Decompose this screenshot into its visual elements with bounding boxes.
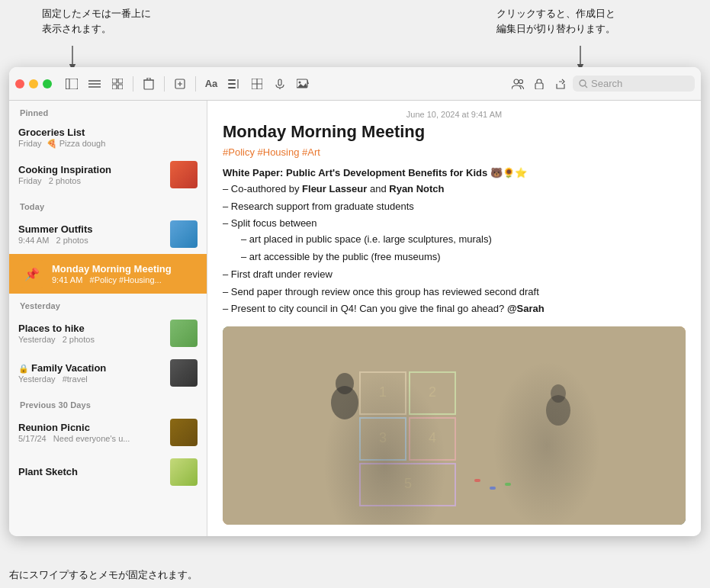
svg-rect-26 xyxy=(278,79,281,85)
list-view-icon[interactable] xyxy=(85,75,104,93)
new-note-icon[interactable] xyxy=(171,75,189,93)
note-meta: Yesterday #travel xyxy=(18,374,164,384)
share-people-icon[interactable] xyxy=(509,75,527,93)
list-item-text: Co-authored by Fleur Lasseur and Ryan No… xyxy=(223,182,686,198)
svg-text:5: 5 xyxy=(404,476,412,491)
table-icon[interactable] xyxy=(248,75,266,93)
svg-rect-21 xyxy=(228,87,236,88)
note-editor: June 10, 2024 at 9:41 AM Monday Morning … xyxy=(207,101,701,536)
svg-rect-42 xyxy=(360,464,455,506)
note-meta: 9:41 AM #Policy #Housing... xyxy=(52,275,198,284)
grid-view-icon[interactable] xyxy=(108,75,127,93)
note-meta: Friday 2 photos xyxy=(18,176,164,185)
titlebar: Aa xyxy=(9,67,701,101)
maximize-button[interactable] xyxy=(43,79,52,88)
note-title: Cooking Inspiration xyxy=(18,164,164,175)
delete-icon[interactable] xyxy=(140,75,158,93)
svg-rect-54 xyxy=(505,483,511,486)
svg-text:2: 2 xyxy=(429,384,436,400)
section-header-30days: Previous 30 Days xyxy=(9,393,207,413)
list-item[interactable]: Reunion Picnic 5/17/24 Need everyone's u… xyxy=(9,413,207,452)
pin-icon: 📌 xyxy=(24,267,40,281)
note-thumbnail xyxy=(170,458,198,486)
svg-rect-40 xyxy=(360,418,406,460)
svg-marker-31 xyxy=(297,83,307,88)
list-item[interactable]: Plant Sketch xyxy=(9,452,207,492)
traffic-lights xyxy=(15,79,52,88)
svg-point-49 xyxy=(336,373,354,394)
list-item[interactable]: 🔒Family Vacation Yesterday #travel xyxy=(9,353,207,393)
font-icon[interactable]: Aa xyxy=(202,75,220,93)
svg-rect-3 xyxy=(66,79,78,89)
list-item[interactable]: Cooking Inspiration Friday 2 photos xyxy=(9,155,207,194)
search-box[interactable] xyxy=(573,76,695,92)
separator-2 xyxy=(164,76,165,92)
list-item[interactable]: Summer Outfits 9:44 AM 2 photos xyxy=(9,214,207,254)
note-thumbnail xyxy=(170,320,198,347)
svg-rect-52 xyxy=(474,479,480,482)
separator-3 xyxy=(195,76,196,92)
editor-date: June 10, 2024 at 9:41 AM xyxy=(207,101,701,122)
note-thumbnail xyxy=(170,161,198,188)
app-body: Pinned Groceries List Friday 🍕 Pizza dou… xyxy=(9,101,701,536)
note-thumbnail xyxy=(170,220,198,248)
svg-text:1: 1 xyxy=(379,384,387,400)
share-icon[interactable] xyxy=(551,75,570,93)
checklist-icon[interactable] xyxy=(225,75,243,93)
list-item-text: Present to city council in Q4! Can you g… xyxy=(223,301,686,317)
svg-rect-9 xyxy=(112,85,117,89)
section-header-yesterday: Yesterday xyxy=(9,294,207,313)
svg-rect-8 xyxy=(118,79,123,83)
svg-point-51 xyxy=(551,384,566,403)
editor-image: 1 2 3 4 5 xyxy=(223,326,686,525)
annotation-top-left: 固定したメモは一番上に 表示されます。 xyxy=(42,6,210,36)
list-item[interactable]: 📌 Monday Morning Meeting 9:41 AM #Policy… xyxy=(9,254,207,294)
annotation-top-right: クリックすると、作成日と 編集日が切り替わります。 xyxy=(496,6,664,36)
svg-point-32 xyxy=(514,79,519,84)
svg-point-50 xyxy=(546,395,570,426)
app-window: Aa xyxy=(9,67,701,536)
list-item[interactable]: Places to hike Yesterday 2 photos xyxy=(9,313,207,353)
close-button[interactable] xyxy=(15,79,24,88)
note-thumbnail xyxy=(170,359,198,387)
minimize-button[interactable] xyxy=(29,79,38,88)
list-item-text: Research support from graduate students xyxy=(223,199,686,215)
note-title: Groceries List xyxy=(18,127,198,138)
list-item[interactable]: Groceries List Friday 🍕 Pizza dough xyxy=(9,120,207,155)
search-input[interactable] xyxy=(591,78,683,89)
note-meta: 5/17/24 Need everyone's u... xyxy=(18,434,164,443)
svg-rect-37 xyxy=(223,326,686,525)
svg-rect-7 xyxy=(112,79,117,83)
note-meta: Friday 🍕 Pizza dough xyxy=(18,139,198,149)
editor-subtitle: White Paper: Public Art's Development Be… xyxy=(223,165,686,182)
svg-marker-29 xyxy=(307,79,309,84)
svg-line-36 xyxy=(585,85,587,88)
media-icon[interactable] xyxy=(294,75,312,93)
svg-rect-38 xyxy=(360,372,406,414)
note-title: Places to hike xyxy=(18,323,164,334)
svg-point-33 xyxy=(519,79,523,83)
note-meta: 9:44 AM 2 photos xyxy=(18,236,164,245)
svg-rect-19 xyxy=(228,79,236,81)
svg-rect-20 xyxy=(228,83,236,85)
separator-1 xyxy=(133,76,133,92)
note-title: Plant Sketch xyxy=(18,466,164,477)
svg-rect-2 xyxy=(66,79,69,89)
editor-tags: #Policy #Housing #Art xyxy=(207,146,701,165)
lock-indicator: 🔒 xyxy=(18,364,29,373)
search-icon xyxy=(579,79,588,88)
note-title: 🔒Family Vacation xyxy=(18,362,164,374)
svg-point-35 xyxy=(580,80,586,86)
annotation-bottom: 右にスワイプするとメモが固定されます。 xyxy=(9,567,198,583)
svg-rect-11 xyxy=(144,80,153,89)
audio-icon[interactable] xyxy=(271,75,289,93)
svg-rect-34 xyxy=(535,83,543,89)
note-title: Reunion Picnic xyxy=(18,422,164,433)
note-meta: Yesterday 2 photos xyxy=(18,335,164,344)
svg-rect-41 xyxy=(410,418,455,460)
svg-point-48 xyxy=(331,386,358,419)
sidebar-toggle-icon[interactable] xyxy=(63,75,81,93)
section-header-today: Today xyxy=(9,194,207,214)
list-item-text: First draft under review xyxy=(223,267,686,283)
lock-icon[interactable] xyxy=(530,75,548,93)
